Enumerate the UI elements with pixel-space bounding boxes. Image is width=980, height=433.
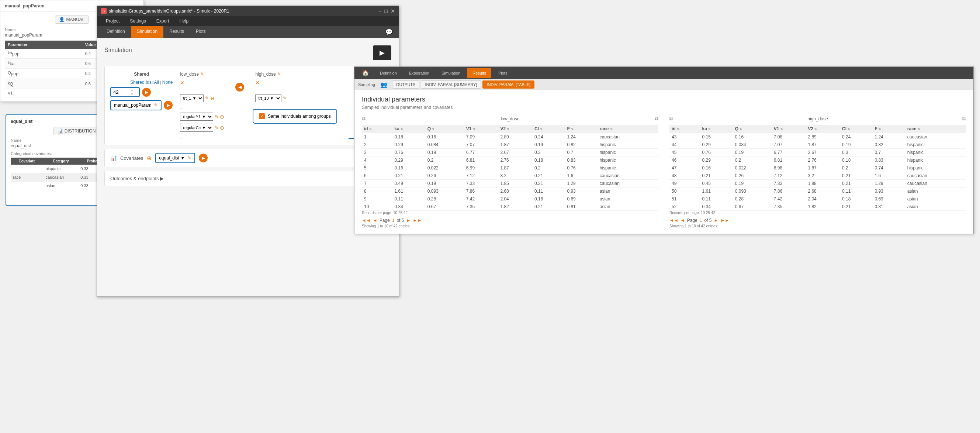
col-v1[interactable]: V1 ⇅ (464, 125, 498, 133)
regCc-edit[interactable]: ✎ (215, 125, 218, 130)
shared-count-input[interactable]: 42 ▲ ▼ (110, 87, 140, 97)
tab-plots[interactable]: Plots (190, 26, 212, 38)
tab-simulation[interactable]: Simulation (131, 26, 163, 38)
regularY1-select[interactable]: regularY1 ▼ (180, 113, 213, 121)
all-link[interactable]: All (154, 80, 159, 85)
none-link[interactable]: None (162, 80, 173, 85)
count-down-arrow[interactable]: ▼ (129, 92, 135, 96)
table-row: 430.150.167.082.890.241.24caucasian (670, 133, 966, 141)
close-window-button[interactable]: ✕ (391, 8, 395, 14)
chat-icon[interactable]: 💬 (383, 26, 395, 38)
covariate-col-header: Covariate (11, 158, 43, 165)
first-page-low[interactable]: ◄◄ (362, 218, 371, 223)
menu-project[interactable]: Project (101, 16, 125, 26)
param-select[interactable]: manual_popParam ✎ (110, 100, 162, 110)
outcomes-label[interactable]: Outcomes & endpoints ▶ (110, 176, 164, 181)
page-num-high[interactable]: 1 (700, 218, 702, 223)
prev-page-low[interactable]: ◄ (373, 218, 377, 223)
table-row: 440.290.0847.071.870.190.82hispanic (670, 141, 966, 149)
hcol-race[interactable]: race ⇅ (905, 125, 966, 133)
last-page-low[interactable]: ►► (413, 218, 422, 223)
results-tab-results[interactable]: Results (467, 68, 491, 78)
sub-tab-table[interactable]: INDIV. PARAM. [TABLE] (482, 80, 535, 89)
regCc-x[interactable]: ⊖ (220, 125, 224, 131)
add-covariate-icon[interactable]: ⊕ (147, 155, 151, 162)
col-race[interactable]: race ⇅ (598, 125, 659, 133)
col-q[interactable]: Q ⇅ (425, 125, 464, 133)
covariates-right-arrow[interactable]: ▶ (199, 153, 208, 162)
high-dose-x-icon[interactable]: ✕ (255, 80, 260, 86)
equal-dist-option: equal_dist ▼ (159, 155, 185, 161)
equal-dist-select[interactable]: equal_dist ▼ ✎ (155, 153, 195, 163)
menu-export[interactable]: Export (151, 16, 175, 26)
minimize-button[interactable]: − (379, 8, 381, 14)
last-page-high[interactable]: ►► (720, 218, 729, 223)
prev-page-high[interactable]: ◄ (681, 218, 685, 223)
tab-results[interactable]: Results (163, 26, 190, 38)
copy-icon-low2[interactable]: ⧉ (655, 115, 659, 122)
hcol-id[interactable]: id ⇅ (670, 125, 700, 133)
hcol-f[interactable]: F ⇅ (872, 125, 905, 133)
pagination-low[interactable]: ◄◄ ◄ Page 1 of 5 ► ►► (362, 218, 659, 223)
menu-settings[interactable]: Settings (125, 16, 151, 26)
maximize-button[interactable]: □ (385, 8, 388, 14)
run-button[interactable] (373, 45, 391, 60)
hcol-ka[interactable]: ka ⇅ (700, 125, 733, 133)
covariates-label: Covariates (120, 155, 143, 161)
copy-icon-high2[interactable]: ⧉ (962, 115, 966, 122)
results-tab-bar: 🏠 Definition Exploration Simulation Resu… (355, 67, 974, 79)
manual-button[interactable]: 👤 MANUAL (55, 16, 89, 24)
col-cl[interactable]: Cl ⇅ (532, 125, 565, 133)
count-field[interactable]: 42 (111, 88, 129, 96)
col-f[interactable]: F ⇅ (565, 125, 597, 133)
regularCc-select[interactable]: regularCc ▼ (180, 124, 213, 132)
title-bar: S simulationGroups_sameIdsInGroups.smlx*… (97, 6, 399, 16)
table-row: 480.210.267.123.20.211.6caucasian (670, 172, 966, 180)
high-dose-edit-icon[interactable]: ✎ (277, 72, 281, 77)
same-individuals-box[interactable]: ✓ Same individuals among groups (253, 109, 337, 124)
tab-definition[interactable]: Definition (101, 26, 131, 38)
col-id[interactable]: id ⇅ (362, 125, 393, 133)
distribution-button[interactable]: 📊 DISTRIBUTION (54, 127, 100, 135)
hcol-cl[interactable]: Cl ⇅ (840, 125, 872, 133)
results-tab-exploration[interactable]: Exploration (404, 68, 434, 78)
main-window: S simulationGroups_sameIdsInGroups.smlx*… (97, 6, 399, 297)
hcol-q[interactable]: Q ⇅ (733, 125, 772, 133)
regY1-edit[interactable]: ✎ (215, 114, 218, 119)
col-ka[interactable]: ka ⇅ (393, 125, 425, 133)
trt1-x[interactable]: ⊖ (210, 95, 215, 101)
hcol-v2[interactable]: V2 ⇅ (805, 125, 840, 133)
sub-tab-summary[interactable]: INDIV. PARAM. [SUMMARY] (421, 80, 481, 89)
low-dose-edit-icon[interactable]: ✎ (200, 72, 204, 77)
left-arrow[interactable]: ◀ (235, 83, 244, 91)
next-page-high[interactable]: ► (714, 218, 718, 223)
copy-icon-high[interactable]: ⧉ (670, 115, 673, 122)
page-num-low[interactable]: 1 (392, 218, 395, 223)
trt1-edit[interactable]: ✎ (205, 96, 209, 101)
trt10-edit[interactable]: ✎ (283, 96, 286, 101)
regY1-x[interactable]: ⊖ (220, 114, 224, 120)
copy-icon-low[interactable]: ⧉ (362, 115, 366, 122)
trt1-select[interactable]: trt_1 ▼ (180, 94, 204, 102)
param-right-arrow[interactable]: ▶ (164, 101, 173, 110)
equal-dist-edit[interactable]: ✎ (188, 155, 191, 161)
menu-help[interactable]: Help (174, 16, 194, 26)
same-individuals-checkbox[interactable]: ✓ (259, 113, 265, 119)
hcol-v1[interactable]: V1 ⇅ (772, 125, 806, 133)
sampling-label: Sampling (358, 82, 375, 87)
count-up-arrow[interactable]: ▲ (129, 88, 135, 92)
next-page-low[interactable]: ► (406, 218, 410, 223)
home-icon[interactable]: 🏠 (358, 67, 373, 79)
low-dose-x-icon[interactable]: ✕ (180, 80, 185, 86)
shared-right-arrow[interactable]: ▶ (142, 88, 151, 97)
results-tab-simulation[interactable]: Simulation (436, 68, 466, 78)
results-tab-definition[interactable]: Definition (375, 68, 402, 78)
pagination-high[interactable]: ◄◄ ◄ Page 1 of 5 ► ►► (670, 218, 966, 223)
first-page-high[interactable]: ◄◄ (670, 218, 678, 223)
col-v2[interactable]: V2 ⇅ (498, 125, 532, 133)
results-tab-plots[interactable]: Plots (493, 68, 512, 78)
sub-tab-outputs[interactable]: OUTPUTS (392, 80, 420, 89)
trt10-select[interactable]: trt_10 ▼ (255, 94, 282, 102)
param-select-edit[interactable]: ✎ (154, 102, 158, 108)
category-col-header: Category (43, 158, 79, 165)
